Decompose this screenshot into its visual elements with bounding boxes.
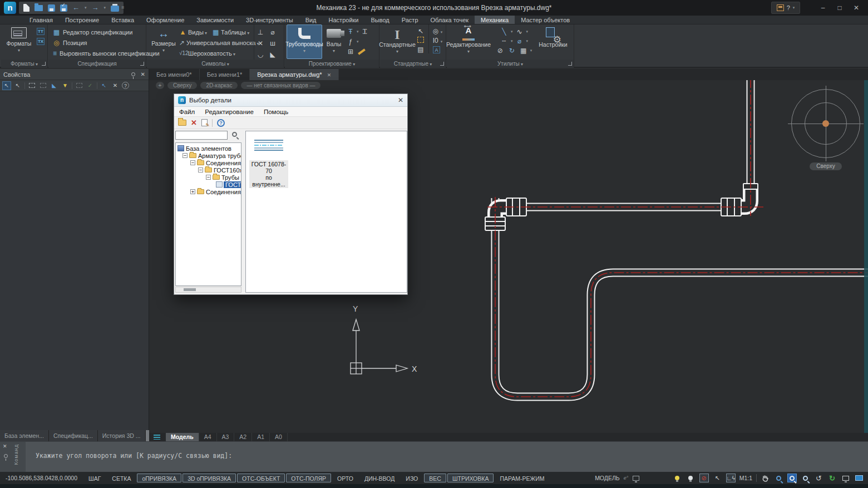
print-icon[interactable] — [111, 6, 119, 12]
maximize-button[interactable]: □ — [831, 0, 848, 16]
pin-part-icon[interactable]: Ɪ — [360, 28, 370, 36]
dialog-close-icon[interactable]: ✕ — [398, 96, 403, 104]
spec-panel-caption[interactable]: Спецификация — [48, 60, 146, 68]
minimize-button[interactable]: – — [815, 0, 831, 16]
dialog-delete-icon[interactable]: ✕ — [191, 119, 197, 127]
help-dropdown-icon[interactable]: ▾ — [793, 6, 795, 10]
position-button[interactable]: ◎ Позиция — [48, 37, 146, 48]
dialog-menu-edit[interactable]: Редактирование — [205, 109, 254, 115]
paste-props-icon[interactable] — [75, 81, 83, 90]
annotation-auto-icon[interactable] — [686, 474, 696, 482]
toggle-snap[interactable]: ШАГ — [83, 474, 106, 482]
store-icon[interactable] — [777, 4, 784, 11]
edge-icon[interactable]: ◣ — [268, 51, 278, 58]
ruler-orange-icon[interactable] — [358, 48, 366, 55]
dialog-help-icon[interactable]: ? — [217, 119, 225, 127]
undo-dropdown-icon[interactable]: ▾ — [85, 6, 87, 10]
menu-vyvod[interactable]: Вывод — [364, 16, 395, 24]
dialog-menu-help[interactable]: Помощь — [264, 109, 288, 115]
open-file-icon[interactable] — [34, 5, 43, 11]
toggle-hatch[interactable]: ШТРИХОВКА — [447, 474, 494, 482]
tab-3d-history[interactable]: История 3D ... — [98, 430, 146, 441]
view-direction-button[interactable]: Сверху — [167, 82, 197, 89]
design-panel-caption[interactable]: Проектирование — [285, 60, 379, 68]
tab-specification[interactable]: Спецификац... — [49, 430, 98, 441]
menu-oformlenie[interactable]: Оформление — [140, 16, 190, 24]
toggle-ortho[interactable]: ОРТО — [332, 474, 358, 482]
text-tx-button[interactable]: TX — [37, 38, 45, 45]
zoom-part-icon[interactable]: ◎ — [431, 27, 441, 35]
settings-button[interactable]: Настройки — [538, 24, 568, 59]
preview-item[interactable]: ГОСТ 16078-70 по внутренне... — [249, 138, 288, 188]
profile-icon[interactable]: I0 — [431, 37, 441, 45]
viewport-save-icon[interactable] — [841, 474, 850, 482]
spec-editor-button[interactable]: ▦ Редактор спецификации — [48, 27, 146, 37]
close-panel-icon[interactable]: ✕ — [141, 71, 145, 77]
menu-vid[interactable]: Вид — [299, 16, 323, 24]
dialog-menu-file[interactable]: Файл — [179, 109, 195, 115]
toggle-param-mode[interactable]: ПАРАМ-РЕЖИМ — [495, 474, 549, 482]
tree-item-root[interactable]: База элементов — [176, 145, 241, 152]
save-icon[interactable] — [48, 4, 55, 12]
cmd-pin-icon[interactable] — [4, 454, 8, 458]
ruler-icon[interactable]: ш — [268, 40, 278, 47]
tab-element-base[interactable]: База элемен... — [0, 430, 49, 441]
standard-launcher-icon[interactable] — [440, 62, 444, 66]
layout-list-icon[interactable] — [154, 435, 160, 440]
menu-oblaka-tochek[interactable]: Облака точек — [425, 16, 475, 24]
search-icon[interactable] — [232, 132, 237, 137]
toggle-osnap[interactable]: оПРИВЯЗКА — [137, 474, 181, 482]
layout-tab-a0[interactable]: А0 — [270, 433, 288, 441]
tree-item-armatura[interactable]: − Арматура трубопров — [176, 152, 241, 159]
annotation-visibility-icon[interactable] — [673, 474, 682, 482]
formats-button[interactable]: Форматы ▾ — [3, 24, 34, 59]
menu-rastr[interactable]: Растр — [396, 16, 425, 24]
toggle-iso[interactable]: ИЗО — [401, 474, 423, 482]
bolt-icon[interactable]: Ŧ — [346, 28, 356, 36]
standard-panel-caption[interactable]: Стандартные — [380, 60, 446, 68]
axis-circle-icon[interactable]: ⌀ — [515, 37, 525, 45]
redo-icon[interactable]: → — [92, 2, 99, 14]
formula-icon[interactable]: ƒ — [346, 38, 356, 46]
scale-indicator[interactable]: М1:1 — [739, 475, 752, 481]
spec-launcher-icon[interactable] — [140, 62, 144, 66]
squares-icon[interactable]: ▦ — [519, 47, 529, 55]
attr-a-icon[interactable]: A — [433, 46, 440, 53]
keyboard-icon[interactable]: ▤ — [416, 46, 426, 53]
menu-postroenie[interactable]: Построение — [59, 16, 105, 24]
expand-icon[interactable]: + — [190, 189, 195, 194]
wavy-break-icon[interactable]: ∿ — [515, 28, 525, 36]
doc-tab-active[interactable]: Врезка арматуры.dwg*✕ — [250, 69, 339, 80]
display-icon[interactable] — [633, 476, 639, 481]
dialog-title-bar[interactable]: n Выбор детали ✕ — [174, 94, 407, 107]
group-box-icon[interactable] — [417, 37, 424, 43]
views-button[interactable]: Виды — [188, 29, 207, 36]
symbols-panel-caption[interactable]: Символы — [147, 60, 284, 68]
cmd-close-icon[interactable]: ✕ — [3, 443, 7, 449]
layout-tab-a1[interactable]: А1 — [252, 433, 270, 441]
weld-icon[interactable]: ◡ — [255, 51, 265, 58]
menu-glavnaya[interactable]: Главная — [23, 16, 59, 24]
filter-icon[interactable]: ▼ — [61, 81, 70, 90]
dialog-edit-icon[interactable] — [201, 119, 208, 126]
formats-panel-caption[interactable]: Форматы — [1, 60, 47, 68]
linked-views-button[interactable]: — нет связанных видов — — [241, 82, 320, 89]
dash-line-icon[interactable]: ╌ — [499, 37, 509, 45]
pin-icon[interactable] — [131, 72, 135, 76]
command-history[interactable]: Укажите угол поворота или [К радиусу/С с… — [36, 441, 862, 472]
menu-nastroyki[interactable]: Настройки — [323, 16, 365, 24]
universal-leader-button[interactable]: Универсальная выноска — [186, 40, 259, 46]
utils-launcher-icon[interactable] — [568, 62, 572, 66]
standard-parts-button[interactable]: I Стандартные ▾ — [382, 24, 413, 59]
collapse-icon[interactable]: − — [198, 167, 203, 172]
tree-item-soedineniya-n[interactable]: + Соединения по н — [176, 188, 241, 195]
rotate-icon[interactable]: ↻ — [507, 47, 517, 55]
layout-tab-a4[interactable]: А4 — [199, 433, 217, 441]
marking-icon[interactable]: ✕ — [255, 40, 265, 47]
edit-button[interactable]: А Редактирование ▾ — [448, 24, 489, 59]
visual-style-button[interactable]: 2D-каркас — [200, 82, 238, 89]
quick-properties-icon[interactable]: ↖ — [713, 474, 722, 482]
layout-tab-a3[interactable]: А3 — [217, 433, 235, 441]
pan-icon[interactable] — [761, 474, 770, 482]
locator-view-label[interactable]: Сверху — [810, 162, 842, 170]
